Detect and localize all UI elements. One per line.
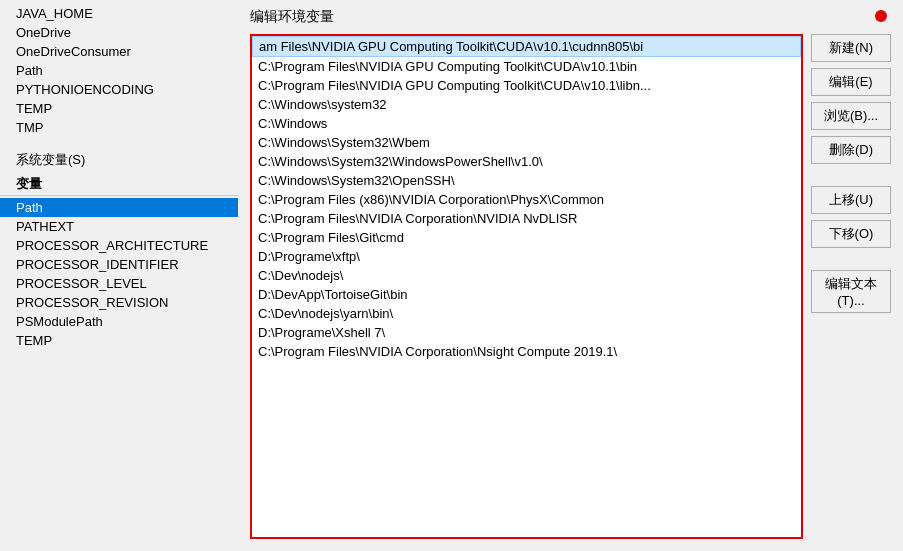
system-var-item[interactable]: PATHEXT [0,217,238,236]
path-item[interactable]: D:\Programe\Xshell 7\ [252,323,801,342]
up-btn[interactable]: 上移(U) [811,186,891,214]
delete-btn[interactable]: 删除(D) [811,136,891,164]
spacer2 [811,254,891,264]
system-vars-list: 变量PathPATHEXTPROCESSOR_ARCHITECTUREPROCE… [0,173,238,350]
dialog-title: 编辑环境变量 [250,8,891,26]
left-panel: JAVA_HOMEOneDriveOneDriveConsumerPathPYT… [0,0,238,551]
path-item[interactable]: am Files\NVIDIA GPU Computing Toolkit\CU… [252,36,801,57]
user-var-item[interactable]: JAVA_HOME [0,4,238,23]
system-vars-label: 系统变量(S) [0,145,238,173]
edit-text-btn[interactable]: 编辑文本(T)... [811,270,891,313]
system-var-item[interactable]: PROCESSOR_REVISION [0,293,238,312]
path-item[interactable]: C:\Windows\System32\Wbem [252,133,801,152]
path-list: am Files\NVIDIA GPU Computing Toolkit\CU… [252,36,801,361]
down-btn[interactable]: 下移(O) [811,220,891,248]
system-var-item[interactable]: TEMP [0,331,238,350]
user-vars-section: JAVA_HOMEOneDriveOneDriveConsumerPathPYT… [0,0,238,141]
user-vars-list: JAVA_HOMEOneDriveOneDriveConsumerPathPYT… [0,4,238,137]
dialog-content: am Files\NVIDIA GPU Computing Toolkit\CU… [250,34,891,539]
user-var-item[interactable]: Path [0,61,238,80]
path-item[interactable]: C:\Windows\System32\WindowsPowerShell\v1… [252,152,801,171]
path-item[interactable]: C:\Windows\system32 [252,95,801,114]
system-var-item[interactable]: PROCESSOR_LEVEL [0,274,238,293]
system-var-item[interactable]: Path [0,198,238,217]
right-panel: 编辑环境变量 am Files\NVIDIA GPU Computing Too… [238,0,903,551]
path-list-container[interactable]: am Files\NVIDIA GPU Computing Toolkit\CU… [250,34,803,539]
path-item[interactable]: C:\Program Files\NVIDIA GPU Computing To… [252,76,801,95]
user-var-item[interactable]: OneDriveConsumer [0,42,238,61]
edit-btn[interactable]: 编辑(E) [811,68,891,96]
path-item[interactable]: C:\Program Files\NVIDIA Corporation\Nsig… [252,342,801,361]
path-item[interactable]: C:\Program Files\Git\cmd [252,228,801,247]
path-item[interactable]: D:\DevApp\TortoiseGit\bin [252,285,801,304]
system-vars-section: 系统变量(S) 变量PathPATHEXTPROCESSOR_ARCHITECT… [0,141,238,354]
user-var-item[interactable]: TEMP [0,99,238,118]
path-item[interactable]: C:\Program Files\NVIDIA GPU Computing To… [252,57,801,76]
path-item[interactable]: C:\Dev\nodejs\ [252,266,801,285]
system-var-item[interactable]: PSModulePath [0,312,238,331]
browse-btn[interactable]: 浏览(B)... [811,102,891,130]
system-var-item[interactable]: PROCESSOR_ARCHITECTURE [0,236,238,255]
user-var-item[interactable]: PYTHONIOENCODING [0,80,238,99]
path-item[interactable]: C:\Windows\System32\OpenSSH\ [252,171,801,190]
dialog-dot [875,10,887,22]
system-var-item[interactable]: 变量 [0,173,238,196]
path-item[interactable]: C:\Windows [252,114,801,133]
path-item[interactable]: C:\Dev\nodejs\yarn\bin\ [252,304,801,323]
new-btn[interactable]: 新建(N) [811,34,891,62]
spacer1 [811,170,891,180]
user-var-item[interactable]: OneDrive [0,23,238,42]
buttons-panel: 新建(N)编辑(E)浏览(B)...删除(D)上移(U)下移(O)编辑文本(T)… [811,34,891,539]
main-container: JAVA_HOMEOneDriveOneDriveConsumerPathPYT… [0,0,903,551]
path-item[interactable]: C:\Program Files (x86)\NVIDIA Corporatio… [252,190,801,209]
user-var-item[interactable]: TMP [0,118,238,137]
path-item[interactable]: D:\Programe\xftp\ [252,247,801,266]
path-item[interactable]: C:\Program Files\NVIDIA Corporation\NVID… [252,209,801,228]
system-var-item[interactable]: PROCESSOR_IDENTIFIER [0,255,238,274]
